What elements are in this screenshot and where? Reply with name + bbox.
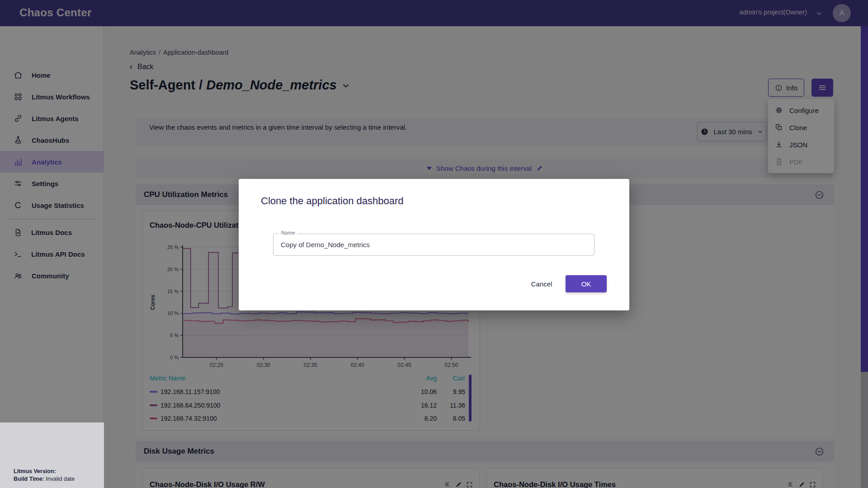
cancel-button[interactable]: Cancel xyxy=(522,276,561,292)
ok-button[interactable]: OK xyxy=(566,275,607,292)
name-field-outline xyxy=(273,234,594,256)
version-info: Litmus Version: Build Time: Invalid date xyxy=(0,422,104,488)
clone-dashboard-modal: Clone the application dashboard Name Can… xyxy=(239,179,629,310)
name-field-label: Name xyxy=(279,230,297,235)
build-time-label: Build Time: xyxy=(14,476,44,482)
version-label: Litmus Version: xyxy=(14,468,56,474)
build-time-value: Invalid date xyxy=(46,476,75,482)
chaos-center-app: Chaos Center admin's project(Owner) A Ho… xyxy=(0,0,868,488)
name-input[interactable] xyxy=(274,235,593,254)
modal-title: Clone the application dashboard xyxy=(261,195,404,207)
